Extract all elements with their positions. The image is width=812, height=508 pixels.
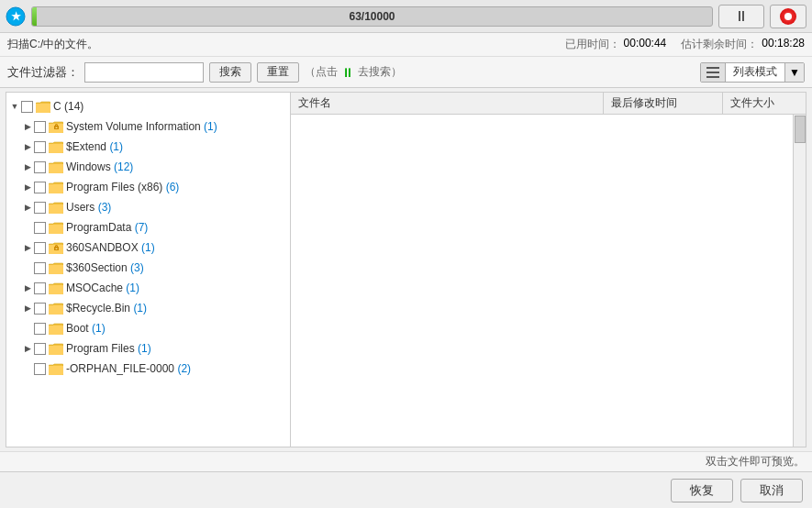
- tree-checkbox[interactable]: [34, 363, 46, 375]
- tree-item-label: System Volume Information (1): [66, 120, 288, 133]
- progress-label: 63/10000: [349, 10, 395, 23]
- tree-checkbox[interactable]: [34, 182, 46, 193]
- view-toggle-label: 列表模式: [726, 64, 784, 80]
- tree-toggle-root[interactable]: [8, 100, 21, 113]
- reset-button[interactable]: 重置: [257, 62, 299, 83]
- tree-checkbox[interactable]: [34, 323, 46, 335]
- tree-checkbox-root[interactable]: [21, 101, 33, 113]
- tree-item-label: Windows (12): [66, 160, 288, 173]
- tree-toggle[interactable]: [21, 282, 34, 294]
- list-item[interactable]: $Recycle.Bin (1): [19, 298, 290, 318]
- tree-checkbox[interactable]: [34, 303, 46, 315]
- remaining-time: 估计剩余时间： 00:18:28: [681, 37, 805, 52]
- remaining-label: 估计剩余时间：: [681, 37, 758, 52]
- tree-toggle[interactable]: [21, 181, 34, 193]
- cancel-button[interactable]: 取消: [740, 479, 803, 502]
- filter-bar: 文件过滤器： 搜索 重置 （点击 ⏸ 去搜索） 列表模式 ▼: [0, 57, 812, 88]
- app-logo: ★: [6, 6, 26, 27]
- tree-toggle[interactable]: [21, 201, 34, 214]
- tree-item-label: $Recycle.Bin (1): [66, 302, 288, 315]
- status-times: 已用时间： 00:00:44 估计剩余时间： 00:18:28: [565, 37, 805, 52]
- tree-checkbox[interactable]: [34, 202, 46, 214]
- pause-button[interactable]: ⏸: [718, 5, 764, 28]
- tree-toggle[interactable]: [21, 342, 34, 355]
- tree-checkbox[interactable]: [34, 121, 46, 133]
- bottom-hint: 双击文件即可预览。: [0, 451, 812, 471]
- list-item[interactable]: System Volume Information (1): [19, 116, 290, 137]
- svg-rect-3: [706, 72, 719, 73]
- main-content: C (14) System Volume Information (1) $Ex…: [6, 92, 806, 447]
- list-item[interactable]: $Extend (1): [19, 137, 290, 157]
- restore-button[interactable]: 恢复: [671, 479, 733, 502]
- tree-item-label: $360Section (3): [66, 261, 288, 274]
- tree-item-label: 360SANDBOX (1): [66, 241, 288, 254]
- progress-bar-container: 63/10000: [31, 6, 713, 27]
- folder-icon: [49, 343, 63, 355]
- filter-input[interactable]: [84, 62, 204, 83]
- preview-hint-text: 双击文件即可预览。: [706, 455, 805, 468]
- folder-lock-icon: [49, 121, 63, 133]
- list-item[interactable]: $360Section (3): [19, 258, 290, 278]
- tree-root-item[interactable]: C (14): [6, 96, 290, 116]
- elapsed-value: 00:00:44: [624, 37, 667, 52]
- tree-checkbox[interactable]: [34, 282, 46, 294]
- search-button[interactable]: 搜索: [209, 62, 251, 83]
- tree-checkbox[interactable]: [34, 343, 46, 355]
- folder-icon: [49, 202, 63, 214]
- tree-item-label: ProgramData (7): [66, 221, 288, 234]
- folder-icon: [49, 262, 63, 274]
- folder-icon: [49, 323, 63, 335]
- file-col-name-header: 文件名: [291, 93, 604, 114]
- view-toggle[interactable]: 列表模式 ▼: [700, 62, 805, 83]
- list-item[interactable]: ProgramData (7): [19, 217, 290, 237]
- svg-rect-6: [56, 127, 58, 128]
- footer-bar: 恢复 取消: [0, 471, 812, 508]
- tree-item-label: Program Files (x86) (6): [66, 181, 288, 193]
- tree-toggle[interactable]: [21, 302, 34, 315]
- list-item[interactable]: MSOCache (1): [19, 278, 290, 298]
- svg-rect-2: [706, 67, 719, 69]
- tree-checkbox[interactable]: [34, 222, 46, 234]
- tree-toggle[interactable]: [21, 140, 34, 153]
- folder-icon: [49, 161, 63, 173]
- stop-icon: [780, 8, 796, 25]
- file-col-size-header: 文件大小: [723, 93, 806, 114]
- chevron-down-icon: ▼: [789, 66, 800, 79]
- scan-status-text: 扫描C:/中的文件。: [7, 37, 98, 52]
- list-item[interactable]: -ORPHAN_FILE-0000 (2): [19, 359, 290, 379]
- tree-toggle[interactable]: [21, 120, 34, 133]
- tree-checkbox[interactable]: [34, 141, 46, 153]
- view-toggle-arrow[interactable]: ▼: [784, 63, 804, 82]
- title-bar: ★ 63/10000 ⏸: [0, 0, 812, 33]
- file-scrollbar[interactable]: [793, 115, 806, 447]
- svg-text:★: ★: [11, 10, 21, 23]
- progress-bar-fill: [32, 7, 37, 26]
- elapsed-label: 已用时间：: [565, 37, 620, 52]
- folder-icon: [49, 303, 63, 315]
- tree-checkbox[interactable]: [34, 161, 46, 173]
- folder-icon: [49, 141, 63, 153]
- tree-checkbox[interactable]: [34, 242, 46, 254]
- tree-toggle[interactable]: [21, 160, 34, 173]
- list-item[interactable]: Program Files (x86) (6): [19, 177, 290, 197]
- tree-item-label: Boot (1): [66, 322, 288, 335]
- tree-item-label: Program Files (1): [66, 342, 288, 355]
- tree-checkbox[interactable]: [34, 262, 46, 274]
- svg-rect-4: [706, 76, 719, 78]
- file-content[interactable]: [291, 115, 806, 447]
- list-item[interactable]: Program Files (1): [19, 338, 290, 359]
- list-item[interactable]: Windows (12): [19, 157, 290, 177]
- stop-button[interactable]: [770, 5, 806, 28]
- tree-toggle[interactable]: [21, 241, 34, 254]
- filter-label: 文件过滤器：: [7, 64, 79, 81]
- list-item[interactable]: 360SANDBOX (1): [19, 237, 290, 258]
- file-header: 文件名 最后修改时间 文件大小: [291, 93, 806, 115]
- list-item[interactable]: Users (3): [19, 197, 290, 217]
- list-item[interactable]: Boot (1): [19, 318, 290, 338]
- status-bar: 扫描C:/中的文件。 已用时间： 00:00:44 估计剩余时间： 00:18:…: [0, 33, 812, 57]
- folder-lock-icon: [49, 242, 63, 254]
- scrollbar-thumb[interactable]: [795, 116, 806, 143]
- folder-icon-root: [36, 101, 50, 113]
- folder-icon: [49, 182, 63, 193]
- filter-hint-prefix: （点击: [305, 64, 338, 80]
